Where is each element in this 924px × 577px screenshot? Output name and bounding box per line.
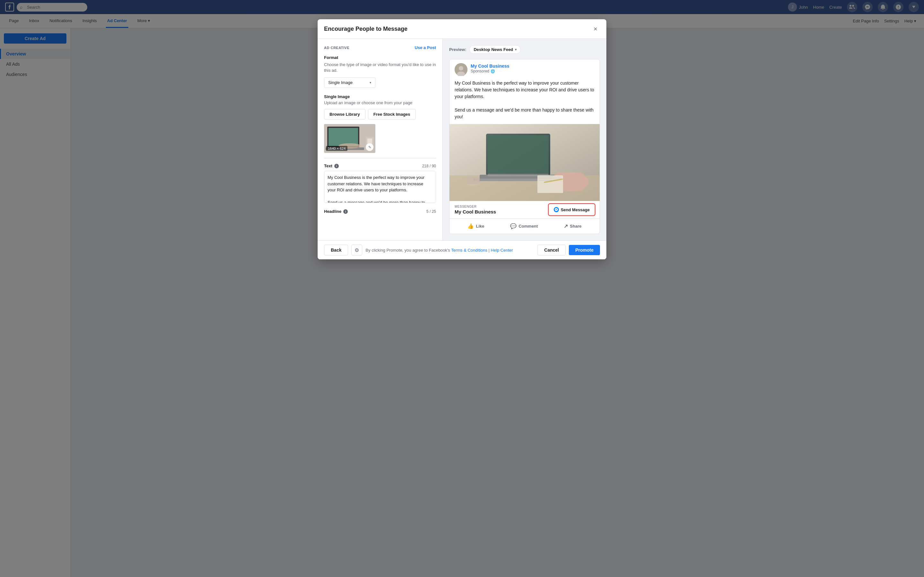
comment-action-button[interactable]: 💬 Comment bbox=[506, 221, 541, 231]
image-preview: 1640 × 624 ✎ bbox=[324, 124, 375, 153]
send-message-button[interactable]: Send Message bbox=[549, 204, 594, 215]
headline-label: Headline i bbox=[324, 209, 348, 214]
like-icon: 👍 bbox=[467, 223, 474, 229]
footer-terms-text: By clicking Promote, you agree to Facebo… bbox=[365, 248, 534, 253]
text-section-title: Text i bbox=[324, 163, 339, 168]
preview-header: Preview: Desktop News Feed ▾ bbox=[449, 45, 600, 54]
modal-left-panel: AD CREATIVE Use a Post Format Choose the… bbox=[318, 39, 443, 240]
like-label: Like bbox=[476, 224, 484, 229]
format-section-desc: Choose the type of image or video format… bbox=[324, 62, 436, 73]
image-section-label: Single Image bbox=[324, 94, 436, 99]
panel-header: AD CREATIVE Use a Post bbox=[324, 45, 436, 50]
ad-creative-label: AD CREATIVE bbox=[324, 46, 349, 50]
format-dropdown-arrow: ▾ bbox=[370, 81, 371, 84]
ad-card-header: My Cool Business Sponsored 🌐 bbox=[449, 59, 599, 80]
text-section-header: Text i 218 / 90 bbox=[324, 163, 436, 168]
svg-rect-13 bbox=[488, 135, 549, 174]
comment-icon: 💬 bbox=[510, 223, 517, 229]
text-info-icon[interactable]: i bbox=[334, 164, 339, 168]
encourage-message-modal: Encourage People to Message × AD CREATIV… bbox=[318, 19, 606, 259]
modal-footer: Back ⚙ By clicking Promote, you agree to… bbox=[318, 240, 606, 259]
back-button[interactable]: Back bbox=[324, 245, 348, 255]
cancel-button[interactable]: Cancel bbox=[537, 245, 565, 255]
use-post-link[interactable]: Use a Post bbox=[415, 45, 436, 50]
ad-image-area bbox=[449, 124, 599, 201]
svg-rect-20 bbox=[539, 177, 561, 177]
ad-text-paragraph-2: Send us a message and we'd be more than … bbox=[455, 107, 594, 120]
browse-library-button[interactable]: Browse Library bbox=[324, 109, 365, 119]
free-stock-images-button[interactable]: Free Stock Images bbox=[368, 109, 416, 119]
preview-dropdown[interactable]: Desktop News Feed ▾ bbox=[469, 45, 521, 54]
comment-label: Comment bbox=[519, 224, 538, 229]
ad-business-name: My Cool Business bbox=[455, 209, 496, 214]
format-dropdown[interactable]: Single Image ▾ bbox=[324, 77, 375, 88]
image-section-desc: Upload an image or choose one from your … bbox=[324, 100, 436, 105]
svg-point-8 bbox=[459, 66, 463, 71]
modal-right-panel: Preview: Desktop News Feed ▾ bbox=[443, 39, 606, 240]
messenger-btn-icon bbox=[554, 207, 559, 212]
svg-rect-21 bbox=[539, 179, 561, 179]
terms-conditions-link[interactable]: Terms & Conditions bbox=[451, 248, 487, 253]
ad-text-paragraph-1: My Cool Business is the perfect way to i… bbox=[455, 80, 594, 100]
svg-rect-19 bbox=[537, 175, 563, 193]
modal-header: Encourage People to Message × bbox=[318, 19, 606, 39]
preview-dropdown-value: Desktop News Feed bbox=[473, 47, 513, 52]
ad-page-avatar bbox=[455, 63, 467, 76]
modal-title: Encourage People to Message bbox=[324, 26, 407, 32]
gear-icon: ⚙ bbox=[355, 247, 359, 253]
text-input[interactable]: My Cool Business is the perfect way to i… bbox=[324, 171, 436, 203]
preview-label: Preview: bbox=[449, 47, 466, 52]
share-label: Share bbox=[570, 224, 582, 229]
image-dimensions-label: 1640 × 624 bbox=[326, 146, 347, 151]
ad-page-info: My Cool Business Sponsored 🌐 bbox=[471, 63, 594, 73]
edit-icon: ✎ bbox=[368, 145, 371, 149]
ad-footer: MESSENGER My Cool Business Send Message bbox=[449, 201, 599, 218]
modal-overlay: Encourage People to Message × AD CREATIV… bbox=[0, 0, 924, 577]
format-section-label: Format bbox=[324, 55, 436, 60]
ad-page-name[interactable]: My Cool Business bbox=[471, 63, 594, 69]
share-icon: ↗ bbox=[564, 223, 568, 229]
headline-char-count: 5 / 25 bbox=[426, 210, 436, 214]
headline-section: Headline i 5 / 25 bbox=[324, 209, 436, 214]
headline-info-icon[interactable]: i bbox=[343, 210, 348, 214]
terms-separator: | bbox=[487, 248, 491, 253]
image-buttons: Browse Library Free Stock Images bbox=[324, 109, 436, 119]
svg-rect-25 bbox=[467, 177, 480, 184]
modal-close-button[interactable]: × bbox=[591, 24, 600, 33]
ad-actions: 👍 Like 💬 Comment ↗ Share bbox=[449, 218, 599, 234]
terms-text-before: By clicking Promote, you agree to Facebo… bbox=[365, 248, 451, 253]
modal-body: AD CREATIVE Use a Post Format Choose the… bbox=[318, 39, 606, 240]
ad-sponsored-label: Sponsored 🌐 bbox=[471, 69, 594, 73]
messenger-label: MESSENGER bbox=[455, 205, 496, 208]
help-center-link[interactable]: Help Center bbox=[491, 248, 513, 253]
format-dropdown-value: Single Image bbox=[328, 80, 352, 85]
promote-button[interactable]: Promote bbox=[569, 245, 600, 255]
text-char-count: 218 / 90 bbox=[422, 164, 436, 168]
globe-icon: 🌐 bbox=[491, 69, 495, 73]
like-action-button[interactable]: 👍 Like bbox=[464, 221, 488, 231]
gear-settings-button[interactable]: ⚙ bbox=[351, 245, 362, 255]
ad-preview-card: My Cool Business Sponsored 🌐 My Cool Bus… bbox=[449, 59, 600, 234]
preview-dropdown-arrow: ▾ bbox=[515, 48, 517, 51]
ad-body-text: My Cool Business is the perfect way to i… bbox=[449, 80, 599, 124]
svg-rect-2 bbox=[328, 128, 358, 146]
send-message-label: Send Message bbox=[561, 207, 590, 212]
text-label: Text bbox=[324, 163, 333, 168]
ad-footer-left: MESSENGER My Cool Business bbox=[455, 205, 496, 214]
headline-text-label: Headline bbox=[324, 209, 341, 214]
divider-1 bbox=[324, 158, 436, 158]
share-action-button[interactable]: ↗ Share bbox=[560, 221, 585, 231]
